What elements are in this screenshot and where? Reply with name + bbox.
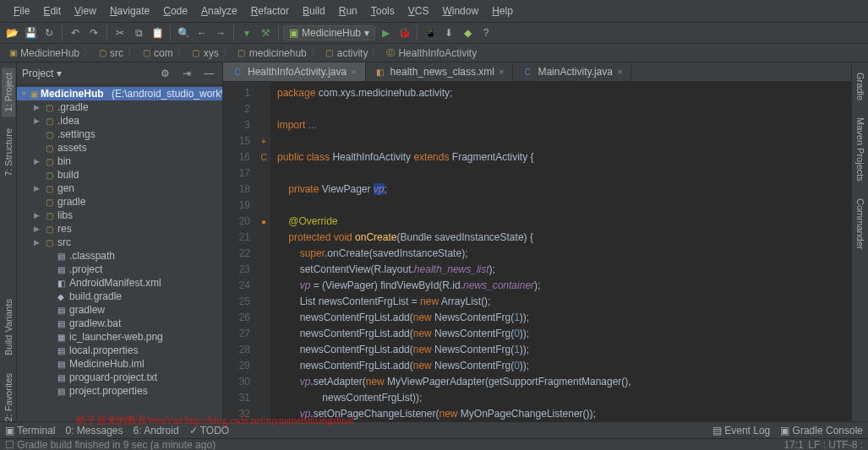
tree-node[interactable]: ▶▢.gradle [17, 100, 222, 114]
tree-node[interactable]: ▤local.properties [17, 344, 222, 357]
tree-node[interactable]: ▢gradle [17, 195, 222, 209]
menu-analyze[interactable]: Analyze [194, 3, 244, 19]
menu-view[interactable]: View [68, 3, 103, 19]
status-bar: ☐ Gradle build finished in 9 sec (a minu… [0, 438, 868, 450]
menu-code[interactable]: Code [156, 3, 194, 19]
project-tree[interactable]: ▼▣ MedicineHub (E:\android_studio_work\M… [17, 85, 222, 426]
tree-node[interactable]: ▢build [17, 168, 222, 182]
folder-icon: ▢ [43, 209, 55, 221]
menu-file[interactable]: File [7, 3, 36, 19]
open-icon[interactable]: 📂 [3, 24, 20, 41]
folder-icon: ▢ [43, 169, 55, 181]
left-tool-strip: 1: Project 7: Structure Build Variants 2… [0, 62, 17, 426]
menu-help[interactable]: Help [485, 3, 520, 19]
tree-node[interactable]: ▤proguard-project.txt [17, 371, 222, 384]
folder-icon: ▢ [96, 47, 108, 59]
file-icon: ▤ [55, 344, 67, 356]
tree-node[interactable]: ▦ic_launcher-web.png [17, 330, 222, 344]
paste-icon[interactable]: 📋 [149, 24, 166, 41]
debug-icon[interactable]: 🐞 [396, 24, 412, 41]
editor-area: CHealthInfoActivity.java×◧health_news_cl… [223, 62, 851, 426]
save-icon[interactable]: 💾 [22, 24, 39, 41]
watermark-text: 稿子原来的教具WooYun http://blog.csdn.net/mynam… [76, 414, 354, 428]
tab-maven[interactable]: Maven Projects [854, 112, 867, 187]
tree-root[interactable]: ▼▣ MedicineHub (E:\android_studio_work\M [17, 87, 222, 100]
tab-gradle-console[interactable]: ▣ Gradle Console [780, 425, 863, 436]
xml-icon: ◧ [55, 277, 67, 289]
tab-project[interactable]: 1: Project [2, 68, 15, 117]
tab-gradle[interactable]: Gradle [854, 68, 867, 106]
sdk-icon[interactable]: ⬇ [440, 24, 457, 41]
editor-tab[interactable]: CMainActivity.java× [513, 62, 631, 81]
tab-commander[interactable]: Commander [854, 193, 867, 255]
help-icon[interactable]: ? [478, 24, 494, 41]
folder-icon: ▢ [43, 223, 55, 235]
tree-node[interactable]: ▶▢res [17, 222, 222, 236]
tree-node[interactable]: ▢assets [17, 141, 222, 155]
ddms-icon[interactable]: ◆ [459, 24, 476, 41]
menu-navigate[interactable]: Navigate [103, 3, 156, 19]
menu-tools[interactable]: Tools [364, 3, 401, 19]
menu-edit[interactable]: Edit [36, 3, 68, 19]
close-icon[interactable]: × [351, 67, 356, 77]
tree-node[interactable]: ▶▢.idea [17, 114, 222, 127]
back-icon[interactable]: ← [194, 24, 210, 41]
file-icon: ▤ [55, 250, 67, 262]
find-icon[interactable]: 🔍 [175, 24, 192, 41]
tree-node[interactable]: ◧AndroidManifest.xml [17, 276, 222, 290]
tree-node[interactable]: ▤gradlew.bat [17, 317, 222, 330]
crumb[interactable]: ▢ medicinehub [236, 47, 307, 59]
tree-node[interactable]: ▤project.properties [17, 384, 222, 398]
chevron-down-icon: ▾ [364, 27, 369, 39]
avd-icon[interactable]: 📱 [422, 24, 439, 41]
close-icon[interactable]: × [499, 67, 504, 77]
tree-node[interactable]: ▢.settings [17, 127, 222, 141]
tree-node[interactable]: ▶▢gen [17, 182, 222, 195]
tab-structure[interactable]: 7: Structure [2, 123, 15, 182]
redo-icon[interactable]: ↷ [85, 24, 102, 41]
sync-icon[interactable]: ↻ [41, 24, 57, 41]
project-panel: Project ▾ ⚙ ⇥ — ▼▣ MedicineHub (E:\andro… [17, 62, 223, 426]
tab-terminal[interactable]: ▣ Terminal [5, 425, 55, 436]
crumb[interactable]: ▢ com [140, 47, 173, 59]
editor-tab[interactable]: ◧health_news_class.xml× [366, 62, 514, 81]
collapse-icon[interactable]: ⇥ [178, 65, 195, 82]
menu-refactor[interactable]: Refactor [244, 3, 296, 19]
tab-favorites[interactable]: 2: Favorites [2, 368, 15, 426]
tree-node[interactable]: ▤.project [17, 263, 222, 276]
editor-tab[interactable]: CHealthInfoActivity.java× [223, 62, 366, 81]
menu-build[interactable]: Build [296, 3, 332, 19]
undo-icon[interactable]: ↶ [67, 24, 84, 41]
tree-node[interactable]: ◆build.gradle [17, 290, 222, 303]
crumb[interactable]: Ⓒ HealthInfoActivity [385, 47, 477, 59]
settings-icon[interactable]: ⚙ [156, 65, 173, 82]
hammer-icon[interactable]: ⚒ [257, 24, 274, 41]
run-icon[interactable]: ▶ [377, 24, 394, 41]
menu-run[interactable]: Run [332, 3, 364, 19]
crumb[interactable]: ▣ MedicineHub [7, 47, 79, 59]
tree-node[interactable]: ▶▢src [17, 236, 222, 249]
crumb[interactable]: ▢ src [96, 47, 123, 59]
crumb[interactable]: ▢ activity [324, 47, 368, 59]
close-icon[interactable]: × [617, 67, 622, 77]
menu-window[interactable]: Window [435, 3, 485, 19]
run-config-selector[interactable]: ▣ MedicineHub ▾ [283, 25, 375, 41]
project-view-selector[interactable]: Project ▾ [22, 68, 62, 79]
tab-event-log[interactable]: ▤ Event Log [712, 425, 770, 436]
crumb[interactable]: ▢ xys [190, 47, 219, 59]
code-source[interactable]: package com.xys.medicinehub.activity; im… [270, 82, 851, 426]
cut-icon[interactable]: ✂ [112, 24, 128, 41]
copy-icon[interactable]: ⧉ [130, 24, 147, 41]
build-icon[interactable]: ▾ [238, 24, 255, 41]
gutter-icons: +C● [257, 82, 270, 426]
tree-node[interactable]: ▤gradlew [17, 303, 222, 317]
hide-icon[interactable]: — [200, 65, 217, 82]
tree-node[interactable]: ▤MedicineHub.iml [17, 357, 222, 371]
tab-build-variants[interactable]: Build Variants [2, 294, 15, 361]
tree-node[interactable]: ▶▢libs [17, 209, 222, 222]
tree-node[interactable]: ▶▢bin [17, 155, 222, 168]
tree-node[interactable]: ▤.classpath [17, 249, 222, 263]
forward-icon[interactable]: → [212, 24, 229, 41]
menu-vcs[interactable]: VCS [401, 3, 436, 19]
file-icon: ▤ [55, 358, 67, 370]
